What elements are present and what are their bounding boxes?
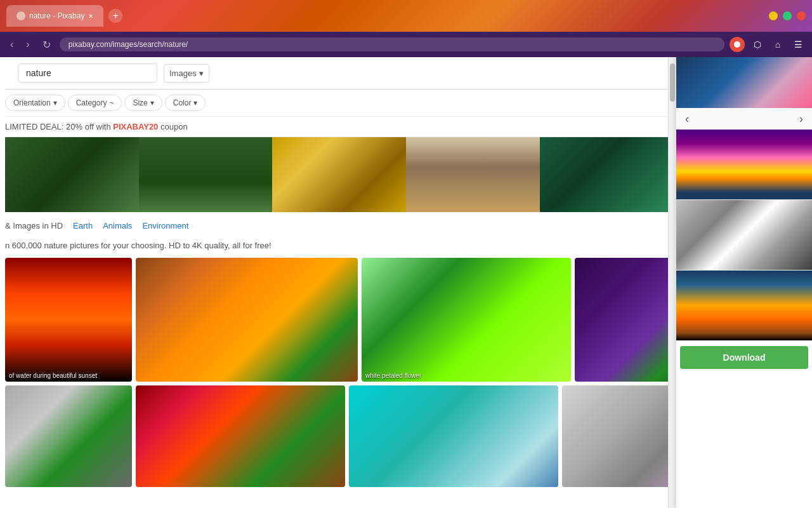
promo-brand[interactable]: PIXABAY20 <box>113 122 158 131</box>
panel-item-boat[interactable] <box>676 130 812 200</box>
home-icon[interactable]: ⌂ <box>770 37 785 52</box>
photo-green-field[interactable]: white petaled flower <box>362 258 571 382</box>
category-filter[interactable]: Category ~ <box>68 95 122 111</box>
strip-image-1[interactable] <box>5 137 139 212</box>
size-arrow: ▾ <box>150 98 154 107</box>
photo-caption-1: of water during beautiful sunset <box>9 372 97 379</box>
strip-image-5[interactable] <box>540 137 674 212</box>
download-button[interactable]: Download <box>680 346 808 369</box>
scrollbar-thumb[interactable] <box>670 64 675 102</box>
panel-next-arrow[interactable]: › <box>796 111 807 127</box>
size-filter[interactable]: Size ▾ <box>124 95 162 111</box>
category-label: Category <box>76 98 107 107</box>
tab-favicon <box>16 11 25 20</box>
category-arrow: ~ <box>109 98 114 107</box>
panel-waterfall-image <box>676 200 812 270</box>
forward-button[interactable]: › <box>22 36 33 53</box>
cat-tag-environment[interactable]: Environment <box>142 221 188 231</box>
panel-nav: ‹ › <box>676 109 812 130</box>
strip-image-3[interactable] <box>272 137 406 212</box>
photo-dandelion-blue[interactable] <box>349 385 558 487</box>
orientation-filter[interactable]: Orientation ▾ <box>5 95 65 111</box>
address-text: pixabay.com/images/search/nature/ <box>69 40 188 49</box>
minimize-button[interactable] <box>769 11 778 20</box>
search-type-select[interactable]: Images ▾ <box>164 64 209 83</box>
panel-item-header <box>676 57 812 109</box>
panel-item-sunset[interactable] <box>676 271 812 341</box>
back-button[interactable]: ‹ <box>6 36 17 53</box>
search-type-arrow: ▾ <box>199 69 204 78</box>
address-bar[interactable]: pixabay.com/images/search/nature/ <box>60 37 724 51</box>
color-arrow: ▾ <box>193 98 197 107</box>
promo-text: LIMITED DEAL: 20% off with <box>5 122 113 131</box>
tab-close-btn[interactable]: ✕ <box>88 13 93 20</box>
address-bar-row: ‹ › ↻ pixabay.com/images/search/nature/ … <box>0 32 812 57</box>
orientation-label: Orientation <box>13 98 51 107</box>
color-label: Color <box>173 98 192 107</box>
main-content-area: nature Images ▾ Explo... Orientation ▾ C… <box>0 57 812 508</box>
panel-sunset-image <box>676 271 812 340</box>
active-tab[interactable]: nature - Pixabay ✕ <box>6 5 103 27</box>
photo-foggy-road[interactable] <box>5 385 132 487</box>
tab-label: nature - Pixabay <box>29 11 84 20</box>
photo-caption-3: white petaled flower <box>365 372 421 379</box>
panel-item-waterfall[interactable] <box>676 200 812 271</box>
search-type-label: Images <box>169 69 197 78</box>
browser-icons: ⬡ ⌂ ☰ <box>730 37 806 52</box>
strip-image-4[interactable] <box>406 137 540 212</box>
record-button[interactable] <box>730 37 745 52</box>
browser-titlebar: nature - Pixabay ✕ + <box>0 0 812 32</box>
cat-tag-animals[interactable]: Animals <box>103 221 132 231</box>
right-panel: ‹ › Download <box>676 57 812 508</box>
panel-boat-image <box>676 130 812 199</box>
refresh-button[interactable]: ↻ <box>39 36 55 53</box>
extensions-icon[interactable]: ⬡ <box>750 37 765 52</box>
search-box[interactable]: nature <box>18 64 157 83</box>
maximize-button[interactable] <box>783 11 792 20</box>
orientation-arrow: ▾ <box>53 98 57 107</box>
panel-prev-arrow[interactable]: ‹ <box>681 111 693 127</box>
scrollbar[interactable] <box>668 57 676 508</box>
photo-sunset-tree[interactable]: of water during beautiful sunset <box>5 258 132 382</box>
panel-header-image[interactable] <box>676 57 812 108</box>
cat-tag-earth[interactable]: Earth <box>73 221 93 231</box>
photo-red-autumn[interactable] <box>136 385 345 487</box>
record-dot <box>734 41 740 48</box>
strip-image-2[interactable] <box>139 137 273 212</box>
new-tab-button[interactable]: + <box>108 9 122 23</box>
close-button[interactable] <box>797 11 806 20</box>
photo-autumn-road[interactable] <box>136 258 358 382</box>
download-area: Download <box>676 341 812 374</box>
color-filter[interactable]: Color ▾ <box>165 95 206 111</box>
window-controls <box>769 11 806 20</box>
promo-suffix: coupon <box>158 122 187 131</box>
menu-icon[interactable]: ☰ <box>790 37 806 52</box>
search-query: nature <box>26 68 51 78</box>
size-label: Size <box>133 98 147 107</box>
categories-prefix: & Images in HD <box>5 221 63 231</box>
